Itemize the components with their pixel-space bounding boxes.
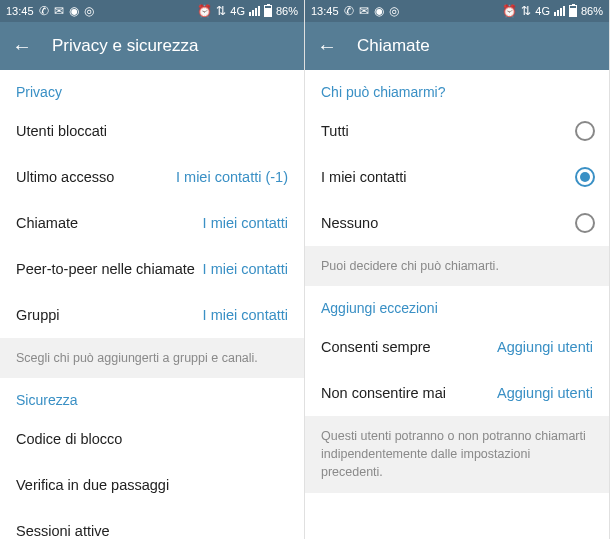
status-bar: 13:45 ✆ ✉ ◉ ◎ ⏰ ⇅ 4G 86% bbox=[0, 0, 304, 22]
hint-exceptions: Questi utenti potranno o non potranno ch… bbox=[305, 416, 609, 492]
alarm-icon: ⏰ bbox=[502, 4, 517, 18]
section-privacy-header: Privacy bbox=[0, 70, 304, 108]
radio-everyone[interactable]: Tutti bbox=[305, 108, 609, 154]
row-label: Utenti bloccati bbox=[16, 123, 107, 139]
row-value: I miei contatti (-1) bbox=[176, 169, 288, 185]
screen-calls: 13:45 ✆ ✉ ◉ ◎ ⏰ ⇅ 4G 86% ← Chiamate Chi … bbox=[305, 0, 610, 539]
section-who-header: Chi può chiamarmi? bbox=[305, 70, 609, 108]
mail-icon: ✉ bbox=[54, 4, 64, 18]
row-always-allow[interactable]: Consenti sempre Aggiungi utenti bbox=[305, 324, 609, 370]
radio-icon bbox=[575, 121, 595, 141]
row-two-step[interactable]: Verifica in due passaggi bbox=[0, 462, 304, 508]
row-label: Chiamate bbox=[16, 215, 78, 231]
radio-icon bbox=[575, 167, 595, 187]
row-label: Peer-to-peer nelle chiamate bbox=[16, 261, 195, 277]
radio-nobody[interactable]: Nessuno bbox=[305, 200, 609, 246]
row-blocked-users[interactable]: Utenti bloccati bbox=[0, 108, 304, 154]
row-p2p-calls[interactable]: Peer-to-peer nelle chiamate I miei conta… bbox=[0, 246, 304, 292]
back-button[interactable]: ← bbox=[317, 35, 337, 58]
row-lock-code[interactable]: Codice di blocco bbox=[0, 416, 304, 462]
section-security-header: Sicurezza bbox=[0, 378, 304, 416]
row-label: Consenti sempre bbox=[321, 339, 431, 355]
radio-icon bbox=[575, 213, 595, 233]
row-label: Sessioni attive bbox=[16, 523, 110, 539]
radio-label: Nessuno bbox=[321, 215, 378, 231]
status-time: 13:45 bbox=[311, 5, 339, 17]
instagram-icon: ◎ bbox=[84, 4, 94, 18]
content-scroll[interactable]: Chi può chiamarmi? Tutti I miei contatti… bbox=[305, 70, 609, 539]
network-label: 4G bbox=[230, 5, 245, 17]
signal-icon bbox=[554, 6, 565, 16]
row-value: I miei contatti bbox=[203, 261, 288, 277]
mail-icon: ✉ bbox=[359, 4, 369, 18]
alarm-icon: ⏰ bbox=[197, 4, 212, 18]
camera-icon: ◉ bbox=[374, 4, 384, 18]
signal-icon bbox=[249, 6, 260, 16]
battery-pct: 86% bbox=[581, 5, 603, 17]
screen-privacy: 13:45 ✆ ✉ ◉ ◎ ⏰ ⇅ 4G 86% ← Privacy e sic… bbox=[0, 0, 305, 539]
top-bar: ← Privacy e sicurezza bbox=[0, 22, 304, 70]
page-title: Chiamate bbox=[357, 36, 430, 56]
battery-pct: 86% bbox=[276, 5, 298, 17]
hint-groups: Scegli chi può aggiungerti a gruppi e ca… bbox=[0, 338, 304, 378]
row-value: I miei contatti bbox=[203, 215, 288, 231]
add-users-link[interactable]: Aggiungi utenti bbox=[497, 339, 593, 355]
status-bar: 13:45 ✆ ✉ ◉ ◎ ⏰ ⇅ 4G 86% bbox=[305, 0, 609, 22]
row-label: Gruppi bbox=[16, 307, 60, 323]
row-label: Verifica in due passaggi bbox=[16, 477, 169, 493]
row-never-allow[interactable]: Non consentire mai Aggiungi utenti bbox=[305, 370, 609, 416]
top-bar: ← Chiamate bbox=[305, 22, 609, 70]
add-users-link[interactable]: Aggiungi utenti bbox=[497, 385, 593, 401]
sync-icon: ⇅ bbox=[521, 4, 531, 18]
row-value: I miei contatti bbox=[203, 307, 288, 323]
page-title: Privacy e sicurezza bbox=[52, 36, 198, 56]
sync-icon: ⇅ bbox=[216, 4, 226, 18]
radio-label: Tutti bbox=[321, 123, 349, 139]
camera-icon: ◉ bbox=[69, 4, 79, 18]
content-scroll[interactable]: Privacy Utenti bloccati Ultimo accesso I… bbox=[0, 70, 304, 539]
row-groups[interactable]: Gruppi I miei contatti bbox=[0, 292, 304, 338]
whatsapp-icon: ✆ bbox=[344, 4, 354, 18]
radio-my-contacts[interactable]: I miei contatti bbox=[305, 154, 609, 200]
back-button[interactable]: ← bbox=[12, 35, 32, 58]
row-label: Ultimo accesso bbox=[16, 169, 114, 185]
row-calls[interactable]: Chiamate I miei contatti bbox=[0, 200, 304, 246]
instagram-icon: ◎ bbox=[389, 4, 399, 18]
row-last-seen[interactable]: Ultimo accesso I miei contatti (-1) bbox=[0, 154, 304, 200]
hint-who-calls: Puoi decidere chi può chiamarti. bbox=[305, 246, 609, 286]
battery-icon bbox=[264, 5, 272, 17]
row-sessions[interactable]: Sessioni attive bbox=[0, 508, 304, 539]
status-time: 13:45 bbox=[6, 5, 34, 17]
network-label: 4G bbox=[535, 5, 550, 17]
section-exceptions-header: Aggiungi eccezioni bbox=[305, 286, 609, 324]
battery-icon bbox=[569, 5, 577, 17]
row-label: Non consentire mai bbox=[321, 385, 446, 401]
row-label: Codice di blocco bbox=[16, 431, 122, 447]
radio-label: I miei contatti bbox=[321, 169, 406, 185]
whatsapp-icon: ✆ bbox=[39, 4, 49, 18]
